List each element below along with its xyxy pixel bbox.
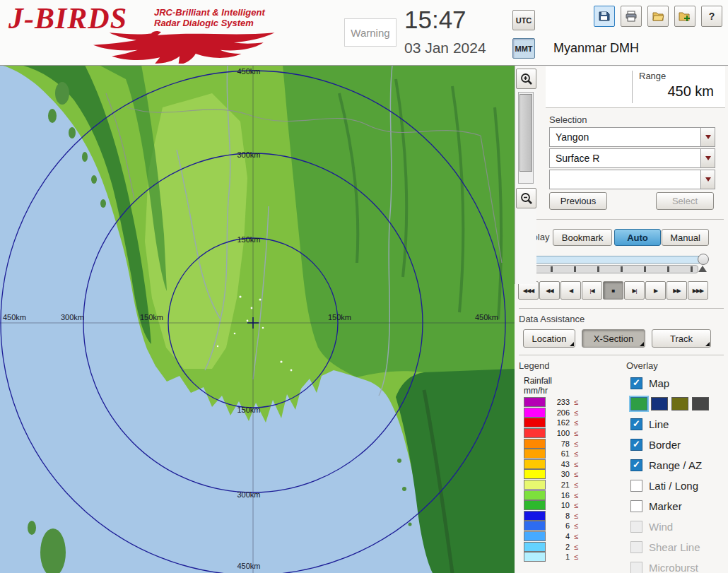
overlay-item-shear-line: Shear Line [630,537,727,557]
overlay-item-microburst: Microburst [630,557,727,573]
checkbox[interactable] [630,418,642,430]
zoom-scrollbar-thumb[interactable] [519,94,532,172]
chevron-down-icon [705,156,711,160]
legend-swatch [524,542,546,552]
site-dropdown[interactable]: Yangon [549,127,715,147]
legend-row: 1≤ [524,552,578,562]
previous-button[interactable]: Previous [549,192,607,210]
checkbox[interactable] [630,480,642,492]
manual-button[interactable]: Manual [662,229,709,246]
play-reverse-button[interactable]: ◀ [560,281,581,300]
overlay-item-label: Wind [649,521,673,533]
overlay-label: Overlay [626,360,658,371]
legend-unit-line2: mm/hr [524,386,552,396]
legend-row: 21≤ [524,480,578,490]
legend-swatch [524,459,546,469]
overlay-panel: Map Line Border Range / AZ [630,373,727,573]
zoom-in-button[interactable] [516,69,536,89]
track-button[interactable]: Track [652,329,711,348]
menu-corner-icon [640,342,644,346]
replay-timeline-thumb[interactable] [698,254,709,265]
fast-forward-button[interactable]: ▶▶ [667,281,687,300]
fast-rewind-button[interactable]: ◀◀ [539,281,560,300]
svg-text:300km: 300km [61,313,84,321]
header-bar: J-BIRDS JRC-Brilliant & Intelligent Rada… [0,0,728,66]
save-button[interactable] [594,6,615,27]
logo-subtitle: JRC-Brilliant & Intelligent Radar Dialog… [154,7,265,28]
overlay-item-label: Line [649,418,669,430]
legend-unit-line1: Rainfall [524,376,552,386]
legend-row: 100≤ [524,428,578,439]
bookmark-button[interactable]: Bookmark [553,229,612,246]
open-folder-button[interactable] [647,6,669,27]
map-style-swatch[interactable] [651,397,668,410]
product-dropdown[interactable]: Surface R [549,148,715,168]
checkbox[interactable] [630,439,642,451]
utc-button[interactable]: UTC [512,10,535,30]
overlay-item-border[interactable]: Border [630,435,727,455]
svg-text:150km: 150km [328,313,351,321]
zoom-in-icon [519,72,534,86]
radar-map[interactable]: 450km 300km 150km 150km 300km 450km 450k… [0,65,515,573]
legend-row: 2≤ [524,541,578,552]
legend-swatch [524,521,546,531]
overlay-item-marker[interactable]: Marker [630,496,727,516]
eagle-logo-icon [10,30,293,64]
overlay-item-wind: Wind [630,516,727,537]
overlay-item-lati-long[interactable]: Lati / Long [630,475,727,496]
print-icon [625,10,638,23]
location-button[interactable]: Location [523,329,575,348]
map-style-swatch[interactable] [671,397,688,410]
save-icon [598,10,611,23]
checkbox [630,521,642,533]
overlay-item-map[interactable]: Map [630,373,727,394]
legend-row: 43≤ [524,459,578,470]
map-style-swatch[interactable] [692,397,709,410]
auto-button[interactable]: Auto [614,229,661,246]
legend-swatch [524,449,546,459]
step-back-button[interactable]: |◀ [582,281,602,300]
legend-swatch [524,418,546,427]
legend-swatch [524,500,546,510]
export-icon [679,10,691,23]
print-button[interactable] [621,6,642,27]
svg-text:450km: 450km [237,562,260,570]
timeline-end-marker[interactable] [698,266,707,272]
skip-to-end-button[interactable]: ▶▶▶ [688,281,708,300]
range-label: Range [639,71,666,81]
zoom-out-button[interactable] [516,188,536,208]
replay-timeline-track[interactable] [520,256,707,264]
zoom-scrollbar[interactable] [518,92,534,184]
help-button[interactable]: ? [701,6,722,27]
chevron-down-icon [705,135,711,139]
legend-row: 4≤ [524,531,578,542]
overlay-item-label: Microburst [649,562,698,573]
x-section-button[interactable]: X-Section [582,329,645,348]
export-button[interactable] [674,6,695,27]
select-button[interactable]: Select [656,192,714,210]
site-dropdown-arrow[interactable] [700,128,715,146]
map-style-swatch[interactable] [630,397,647,410]
overlay-item-label: Border [649,439,681,451]
play-button[interactable]: ▶ [645,281,666,300]
checkbox[interactable] [630,377,642,389]
legend-swatch [524,428,546,438]
location-button-label: Location [532,333,566,344]
divider [519,308,724,309]
extra-dropdown[interactable] [549,170,715,189]
extra-dropdown-arrow[interactable] [700,170,715,189]
stop-button[interactable]: ■ [603,281,623,300]
warning-button[interactable]: Warning [344,18,397,47]
checkbox[interactable] [630,459,642,471]
track-button-label: Track [670,333,693,344]
product-dropdown-arrow[interactable] [700,149,715,167]
legend-row: 233≤ [524,397,578,408]
step-forward-button[interactable]: ▶| [624,281,645,300]
logo-subtitle-line1: JRC-Brilliant & Intelligent [154,7,265,18]
checkbox[interactable] [630,500,642,512]
overlay-item-line[interactable]: Line [630,414,727,435]
timeline-tickbar [529,265,698,273]
mmt-button[interactable]: MMT [512,38,535,59]
legend-swatch [524,480,546,490]
overlay-item-range-az[interactable]: Range / AZ [630,455,727,475]
